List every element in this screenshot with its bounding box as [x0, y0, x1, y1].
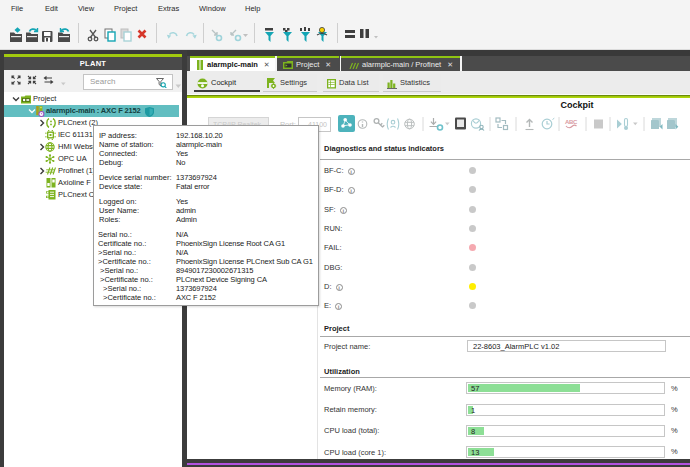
svg-text:ABC: ABC	[565, 119, 578, 125]
